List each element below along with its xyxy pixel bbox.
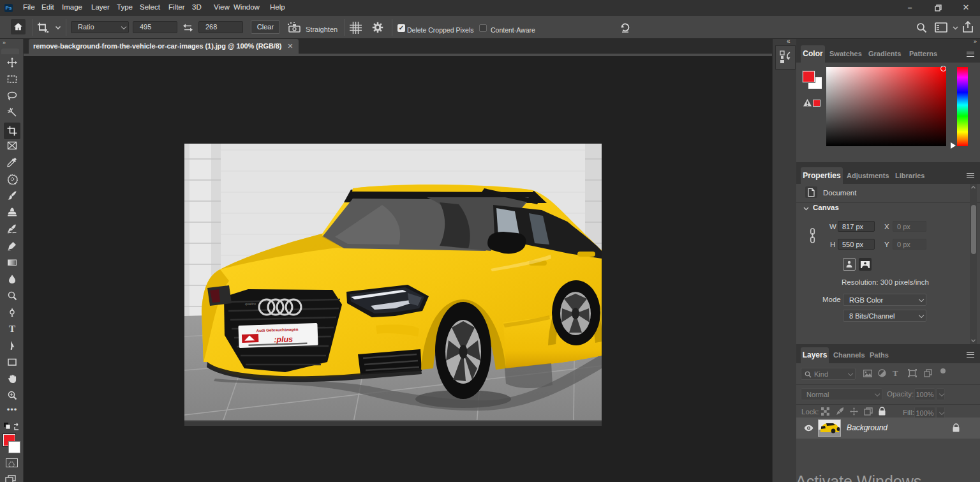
svg-text::plus: :plus [274, 335, 293, 344]
svg-text:quattro: quattro [245, 302, 256, 306]
svg-text:T: T [9, 324, 15, 334]
